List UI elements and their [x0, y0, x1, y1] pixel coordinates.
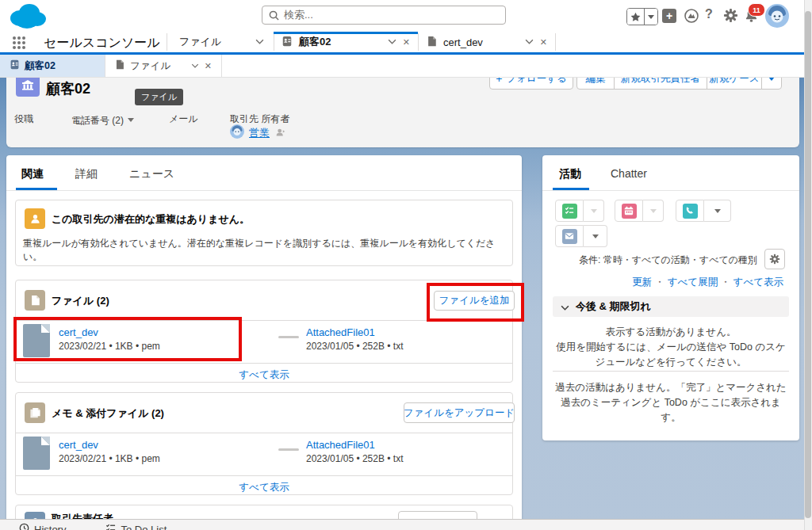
no-past-activity-text: 過去の活動はありません。「完了」とマークされた過去のミーティングと ToDo が… — [553, 380, 789, 425]
chevron-down-icon[interactable] — [525, 38, 534, 46]
active-tab-underline — [16, 188, 57, 190]
event-dropdown[interactable] — [643, 200, 664, 222]
notes-card: メモ & 添付ファイル (2) ファイルをアップロード cert_dev 202… — [15, 392, 513, 495]
owner-avatar — [230, 124, 244, 142]
view-all-link[interactable]: すべて表示 — [16, 481, 512, 494]
duplicate-check-icon — [25, 208, 45, 229]
favorites-dropdown-icon[interactable] — [645, 9, 657, 25]
duplicates-title: この取引先の潜在的な重複はありません。 — [52, 212, 250, 227]
email-button-group — [555, 225, 607, 247]
close-subtab-icon[interactable]: ✕ — [205, 61, 212, 71]
field-label-email: メール — [169, 112, 198, 126]
file-thumbnail[interactable] — [23, 437, 50, 470]
content-tabs: 関連 詳細 ニュース — [6, 155, 522, 191]
subtab-bar: 顧客02 ファイル ✕ — [0, 55, 804, 78]
utility-history[interactable]: History — [19, 523, 66, 530]
field-label-phone[interactable]: 電話番号 (2) — [71, 112, 134, 128]
app-name: セールスコンソール — [44, 35, 160, 51]
help-icon[interactable]: ? — [705, 7, 713, 21]
file-meta: 2023/01/05 • 252B • txt — [306, 341, 404, 352]
notification-count-badge: 11 — [748, 3, 765, 17]
record-title: 顧客02 — [46, 79, 90, 98]
global-actions-plus-icon[interactable]: + — [662, 9, 676, 23]
email-envelope-icon — [562, 229, 577, 244]
log-call-button-group — [676, 200, 731, 222]
global-search-input[interactable]: 検索... — [262, 6, 506, 25]
file-meta: 2023/01/05 • 252B • txt — [306, 453, 404, 464]
chevron-down-icon[interactable] — [388, 38, 396, 46]
upload-file-button[interactable]: ファイルをアップロード — [404, 402, 515, 423]
view-all-link[interactable]: すべて表示 — [733, 276, 783, 288]
setup-gear-icon[interactable] — [723, 8, 738, 23]
tab-news[interactable]: ニュース — [129, 167, 174, 181]
notes-card-icon — [25, 402, 45, 423]
upcoming-overdue-section[interactable]: 今後 & 期限切れ — [553, 296, 789, 317]
field-label-title: 役職 — [14, 112, 33, 126]
history-clock-icon — [19, 523, 29, 530]
record-tab-icon — [10, 59, 20, 72]
new-event-button-group — [615, 200, 664, 222]
utility-bar: History To Do List — [0, 519, 804, 530]
tab-activity[interactable]: 活動 — [559, 167, 581, 181]
task-dropdown[interactable] — [584, 200, 604, 222]
email-dropdown[interactable] — [584, 225, 607, 247]
call-dropdown[interactable] — [704, 200, 731, 222]
guidance-center-icon[interactable] — [684, 8, 699, 24]
global-header: 検索... + ? 11 — [0, 0, 812, 32]
tab-related[interactable]: 関連 — [21, 167, 44, 181]
salesforce-console-screen: 検索... + ? 11 セールスコンソール ファイル 顧客 — [0, 0, 812, 530]
event-calendar-icon — [622, 204, 637, 219]
salesforce-logo-icon — [8, 2, 48, 33]
file-link[interactable]: AttachedFile01 — [306, 439, 375, 451]
new-event-button[interactable] — [615, 200, 643, 222]
expand-all-link[interactable]: すべて展開 — [668, 276, 718, 288]
file-thumbnail[interactable] — [278, 336, 299, 338]
new-task-button[interactable] — [555, 200, 584, 222]
nav-item-files[interactable]: ファイル — [170, 32, 274, 52]
favorites-button-group[interactable] — [626, 8, 658, 25]
file-link[interactable]: AttachedFile01 — [306, 326, 375, 338]
tab-chatter[interactable]: Chatter — [611, 167, 647, 180]
duplicates-card: この取引先の潜在的な重複はありません。 重複ルールが有効化されていません。潜在的… — [15, 200, 513, 266]
view-all-link[interactable]: すべて表示 — [16, 368, 512, 382]
app-launcher-icon[interactable] — [13, 36, 25, 49]
subtab-files[interactable]: ファイル ✕ — [105, 55, 222, 77]
record-tab-icon — [282, 36, 293, 49]
chevron-down-icon — [561, 301, 569, 313]
notes-card-title: メモ & 添付ファイル (2) — [52, 406, 164, 421]
activity-tabs: 活動 Chatter — [542, 155, 799, 191]
files-card-icon — [25, 290, 45, 311]
file-tab-icon — [115, 59, 124, 72]
favorite-star-icon[interactable] — [627, 9, 645, 25]
annotation-box-add-file — [427, 283, 524, 322]
refresh-link[interactable]: 更新 — [632, 276, 652, 288]
chevron-down-icon[interactable] — [255, 38, 264, 46]
duplicates-body: 重複ルールが有効化されていません。潜在的な重複レコードを識別するには、重複ルール… — [23, 237, 499, 264]
new-task-button-group — [555, 200, 604, 222]
phone-icon — [683, 204, 698, 219]
email-button[interactable] — [555, 225, 584, 247]
file-thumbnail[interactable] — [278, 448, 299, 451]
close-tab-icon[interactable]: ✕ — [540, 37, 547, 48]
file-tab-icon — [427, 36, 437, 49]
activity-filter-text: 条件: 常時・すべての活動・すべての種別 — [542, 254, 757, 267]
annotation-box-cert-dev — [13, 317, 242, 361]
close-tab-icon[interactable]: ✕ — [403, 37, 410, 48]
log-call-button[interactable] — [676, 200, 704, 222]
workspace-tab-cert-dev[interactable]: cert_dev ✕ — [419, 32, 555, 52]
chevron-down-icon — [128, 118, 134, 122]
subtab-customer02[interactable]: 顧客02 — [0, 55, 105, 77]
no-activities-text: 表示する活動がありません。 使用を開始するには、メールの送信や ToDo のスケ… — [553, 325, 789, 370]
owner-link[interactable]: 営業 — [249, 126, 270, 140]
change-owner-icon[interactable] — [275, 127, 285, 141]
chevron-down-icon[interactable] — [191, 62, 199, 70]
activity-links: 更新 ・ すべて展開 ・ すべて表示 — [542, 276, 783, 289]
utility-todo-list[interactable]: To Do List — [105, 523, 167, 530]
tab-details[interactable]: 詳細 — [75, 167, 98, 181]
file-link[interactable]: cert_dev — [59, 439, 98, 451]
notifications-bell-icon[interactable]: 11 — [744, 8, 760, 24]
workspace-tab-customer02[interactable]: 顧客02 ✕ — [274, 32, 418, 52]
user-avatar[interactable] — [765, 4, 789, 31]
scrollbar-thumb[interactable] — [805, 11, 811, 518]
activity-filter-gear-button[interactable] — [764, 249, 785, 269]
